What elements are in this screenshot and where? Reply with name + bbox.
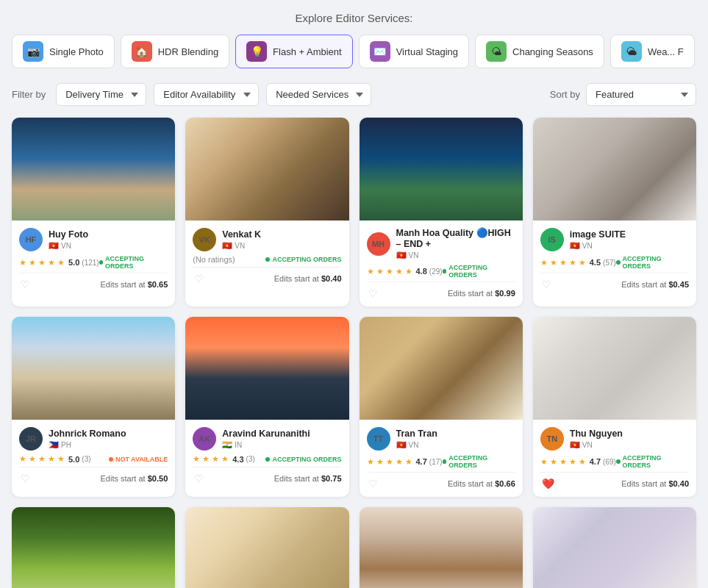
single-photo-icon: 📷 [23,41,43,62]
editor-name: Johnrick Romano [49,429,126,440]
like-button[interactable]: ❤️ [540,476,556,491]
like-button[interactable]: ♡ [193,471,205,486]
avatar: TN [540,427,564,451]
price-info: Edits start at $0.66 [448,479,515,488]
like-button[interactable]: ♡ [540,277,553,292]
editor-name: Huy Foto [49,229,88,240]
price-info: Edits start at $0.65 [101,280,168,289]
service-tabs: 📷Single Photo🏠HDR Blending💡Flash + Ambie… [12,35,696,71]
card-image [533,507,696,588]
rating: ★★★★★5.0(121) [19,258,99,268]
card-image [360,317,523,420]
service-tab-weather[interactable]: 🌥Wea... F [610,35,695,68]
editor-country: 🇻🇳 VN [49,241,88,251]
editor-country: 🇻🇳 VN [570,241,626,251]
single-photo-label: Single Photo [49,46,104,57]
card-image [360,507,523,588]
availability-badge: ACCEPTING ORDERS [443,454,515,469]
editor-card[interactable]: TTTran Tran🇻🇳 VN★★★★★4.7(17)ACCEPTING OR… [360,317,523,497]
availability-badge: NOT AVAILABLE [109,456,168,463]
avatar: VK [193,228,216,251]
service-tab-single-photo[interactable]: 📷Single Photo [12,35,115,68]
price-info: Edits start at $0.75 [274,474,342,483]
editor-name: Thu Nguyen [570,429,623,440]
sort-area: Sort by FeaturedPrice: Low to HighPrice:… [550,83,696,106]
rating: ★★★★★4.5(57) [540,258,616,268]
like-button[interactable]: ♡ [19,471,32,486]
page-title: Explore Editor Services: [12,12,696,24]
editor-card[interactable]: RNRocker Nguyen🇻🇳 VN★★★★4.4(15)ACCEPTING… [360,507,523,588]
price-info: Edits start at $0.40 [621,479,689,488]
rating: ★★★★4.3(3) [193,454,255,464]
editor-country: 🇻🇳 VN [396,440,437,450]
virtual-staging-label: Virtual Staging [396,46,458,57]
card-image [12,118,175,220]
card-image [185,317,348,420]
editor-name: image SUITE [570,229,626,240]
card-image [12,317,175,420]
editor-card[interactable]: JRJohnrick Romano🇵🇭 PH★★★★★5.0(3)NOT AVA… [12,317,175,497]
delivery-time-filter[interactable]: Delivery Time24 Hours48 Hours72 Hours [56,83,146,106]
changing-seasons-icon: 🌤 [486,41,507,62]
editor-card[interactable]: iSimage SUITE🇻🇳 VN★★★★★4.5(57)ACCEPTING … [533,118,696,306]
rating: (No ratings) [193,255,235,264]
card-image [185,507,348,588]
editor-card[interactable]: KVKhanh Vy🇻🇳 VN★★★★★4.5(33)ACCEPTING ORD… [533,507,696,588]
editor-availability-filter[interactable]: Editor AvailabilityAvailable NowNot Avai… [154,83,259,106]
editor-country: 🇵🇭 PH [49,440,126,450]
like-button[interactable]: ♡ [367,286,379,301]
editor-country: 🇻🇳 VN [570,440,623,450]
needed-services-filter[interactable]: Needed ServicesFlash + AmbientHDR Blendi… [266,83,371,106]
availability-badge: ACCEPTING ORDERS [443,264,515,279]
flash-ambient-icon: 💡 [246,41,267,62]
sort-label: Sort by [550,89,580,100]
editor-card[interactable]: RERyan Esgana🇵🇭 PH★★★★★4.5(10)ACCEPTING … [12,507,175,588]
editor-card[interactable]: TNThu Nguyen🇻🇳 VN★★★★★4.7(69)ACCEPTING O… [533,317,696,497]
virtual-staging-icon: ✉️ [370,41,390,62]
editor-name: Tran Tran [396,429,437,440]
hdr-blending-label: HDR Blending [158,46,218,57]
cards-grid: HFHuy Foto🇻🇳 VN★★★★★5.0(121)ACCEPTING OR… [12,118,696,588]
avatar: MH [367,232,390,256]
price-info: Edits start at $0.99 [448,289,515,298]
weather-icon: 🌥 [621,41,642,62]
service-tab-virtual-staging[interactable]: ✉️Virtual Staging [359,35,469,68]
hdr-blending-icon: 🏠 [132,41,152,62]
card-image [12,507,175,588]
like-button[interactable]: ♡ [367,476,379,491]
service-tab-hdr-blending[interactable]: 🏠HDR Blending [121,35,229,68]
card-image [533,317,696,420]
price-info: Edits start at $0.40 [274,274,342,283]
availability-badge: ACCEPTING ORDERS [265,256,341,263]
avatar: iS [540,228,564,251]
rating: ★★★★★4.8(29) [367,267,443,276]
rating: ★★★★★5.0(3) [19,454,91,464]
like-button[interactable]: ♡ [19,277,32,292]
price-info: Edits start at $0.50 [101,474,168,483]
availability-badge: ACCEPTING ORDERS [616,255,689,270]
editor-card[interactable]: AKAravind Karunanithi🇮🇳 IN★★★★4.3(3)ACCE… [185,317,348,497]
avatar: TT [367,427,390,451]
card-image [185,118,348,220]
editor-name: Aravind Karunanithi [222,429,310,440]
price-info: Edits start at $0.45 [621,280,689,289]
avatar: HF [19,228,43,251]
editor-name: Venkat K [222,229,261,240]
availability-badge: ACCEPTING ORDERS [265,456,341,463]
filter-label: Filter by [12,89,46,100]
service-tab-changing-seasons[interactable]: 🌤Changing Seasons [475,35,604,68]
editor-card[interactable]: HFHuy Foto🇻🇳 VN★★★★★5.0(121)ACCEPTING OR… [12,118,175,306]
sort-select[interactable]: FeaturedPrice: Low to HighPrice: High to… [586,83,696,106]
editor-country: 🇻🇳 VN [396,251,515,260]
editor-card[interactable]: VKVenkat K🇻🇳 VN(No ratings)ACCEPTING ORD… [185,118,348,306]
editor-card[interactable]: BPBEEPEC🇻🇳 VN★★★★★4.6(22)ACCEPTING ORDER… [185,507,348,588]
editor-country: 🇻🇳 VN [222,241,261,251]
changing-seasons-label: Changing Seasons [512,46,593,57]
like-button[interactable]: ♡ [193,271,205,286]
avatar: JR [19,427,43,451]
editor-card[interactable]: MHManh Hoa Quality 🔵HIGH – END +🇻🇳 VN★★★… [360,118,523,306]
service-tab-flash-ambient[interactable]: 💡Flash + Ambient [235,35,353,68]
avatar: AK [193,427,216,451]
weather-label: Wea... F [648,46,684,57]
editor-name: Manh Hoa Quality 🔵HIGH – END + [396,228,515,250]
